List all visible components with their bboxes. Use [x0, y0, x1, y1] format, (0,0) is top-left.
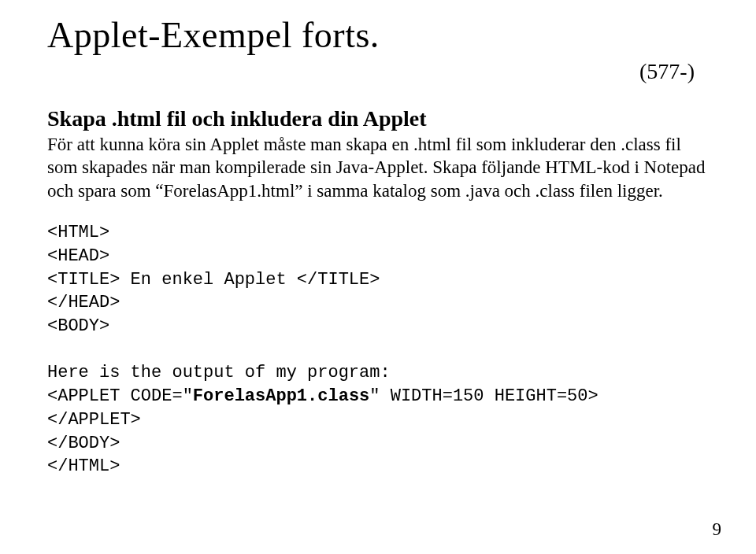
body-paragraph: För att kunna köra sin Applet måste man … [47, 133, 712, 202]
section-subhead: Skapa .html fil och inkludera din Applet [47, 106, 712, 131]
code-block: <HTML> <HEAD> <TITLE> En enkel Applet </… [47, 221, 712, 478]
code-line: </HTML> [47, 456, 120, 476]
code-line: </BODY> [47, 434, 120, 453]
page-reference: (577-) [47, 59, 695, 84]
code-line: " WIDTH=150 HEIGHT=50> [369, 386, 598, 406]
code-line: <APPLET CODE=" [47, 386, 193, 406]
code-line: <HEAD> [47, 246, 109, 266]
code-line: <BODY> [47, 316, 109, 336]
page-number: 9 [713, 519, 722, 540]
code-bold-filename: ForelasApp1.class [193, 386, 369, 406]
page-title: Applet-Exempel forts. [47, 14, 712, 56]
slide-page: Applet-Exempel forts. (577-) Skapa .html… [0, 0, 756, 554]
code-line: <TITLE> En enkel Applet </TITLE> [47, 270, 380, 290]
code-line: Here is the output of my program: [47, 363, 391, 382]
code-line: </APPLET> [47, 410, 141, 430]
code-line: <HTML> [47, 223, 109, 242]
code-line: </HEAD> [47, 293, 120, 312]
